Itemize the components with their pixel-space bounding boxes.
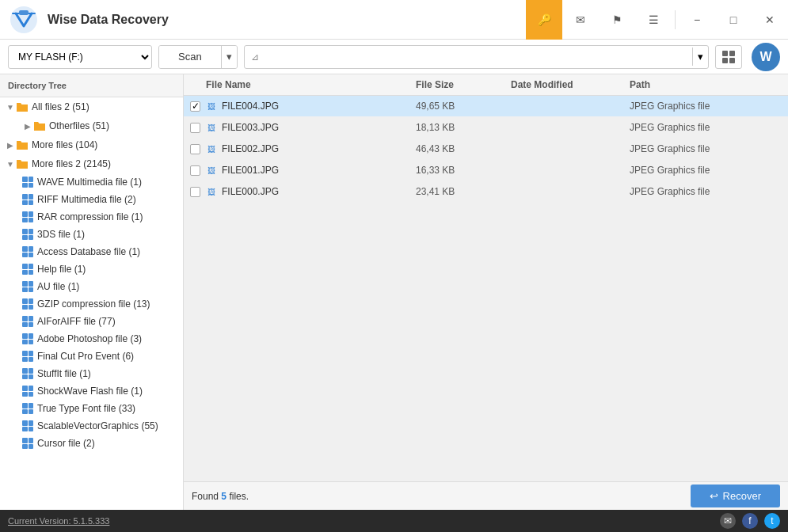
- tree-item-allfiles2[interactable]: ▼ All files 2 (51): [0, 97, 183, 116]
- tree-sub-items-container: WAVE Multimedia file (1)RIFF Multimedia …: [0, 173, 183, 452]
- window-controls: 🔑 ✉ ⚑ ☰ − □ ✕: [526, 0, 788, 40]
- found-suffix: files.: [227, 491, 249, 502]
- view-toggle-button[interactable]: [715, 45, 742, 69]
- tree-sub-item[interactable]: ScalableVectorGraphics (55): [0, 417, 183, 435]
- table-row[interactable]: ✓ 🖼 FILE004.JPG 49,65 KB JPEG Graphics f…: [184, 96, 788, 117]
- row-checkbox-wrapper[interactable]: [184, 123, 203, 133]
- tree-sub-item[interactable]: GZIP compression file (13): [0, 295, 183, 313]
- tree-sub-item[interactable]: True Type Font file (33): [0, 400, 183, 417]
- table-row[interactable]: 🖼 FILE001.JPG 16,33 KB JPEG Graphics fil…: [184, 160, 788, 181]
- file-name-text: FILE001.JPG: [222, 165, 279, 176]
- filter-wrapper: ⊿ ▾: [244, 45, 709, 69]
- tree-sub-item[interactable]: 3DS file (1): [0, 226, 183, 243]
- row-checkbox[interactable]: [190, 187, 200, 197]
- row-checkbox[interactable]: [190, 165, 200, 176]
- title-bar: Wise Data Recovery 🔑 ✉ ⚑ ☰ − □ ✕: [0, 0, 788, 40]
- tree-sub-item[interactable]: AIForAIFF file (77): [0, 313, 183, 330]
- col-header-size: File Size: [416, 79, 511, 90]
- row-name: 🖼 FILE003.JPG: [203, 122, 416, 133]
- tree-sub-item[interactable]: Help file (1): [0, 260, 183, 278]
- key-button[interactable]: 🔑: [526, 0, 562, 40]
- minimize-button[interactable]: −: [679, 0, 715, 40]
- grid-icon: [22, 386, 33, 397]
- table-row[interactable]: 🖼 FILE000.JPG 23,41 KB JPEG Graphics fil…: [184, 181, 788, 203]
- sidebar-header: Directory Tree: [0, 74, 183, 97]
- maximize-button[interactable]: □: [715, 0, 752, 40]
- tree-sub-item[interactable]: Access Database file (1): [0, 243, 183, 260]
- folder-icon: [33, 120, 46, 132]
- tree-sub-item[interactable]: RIFF Multimedia file (2): [0, 191, 183, 208]
- row-checkbox-wrapper[interactable]: [184, 187, 203, 197]
- tree-item-morefiles[interactable]: ▶ More files (104): [0, 135, 183, 154]
- tree-item-label: GZIP compression file (13): [37, 298, 150, 310]
- twitter-icon-btn[interactable]: t: [764, 513, 780, 529]
- drive-select-wrapper[interactable]: MY FLASH (F:): [8, 45, 152, 69]
- tree-item-label: Final Cut Pro Event (6): [37, 351, 134, 362]
- tree-item-label: More files (104): [32, 139, 97, 150]
- menu-button[interactable]: ☰: [635, 0, 672, 40]
- tree-sub-item[interactable]: WAVE Multimedia file (1): [0, 173, 183, 191]
- file-name-text: FILE000.JPG: [222, 186, 279, 197]
- grid-icon: [22, 351, 33, 362]
- row-path: JPEG Graphics file: [630, 122, 788, 133]
- close-button[interactable]: ✕: [752, 0, 788, 40]
- expand-icon: ▶: [22, 120, 33, 131]
- drive-select[interactable]: MY FLASH (F:): [9, 48, 151, 66]
- found-prefix: Found: [192, 491, 221, 502]
- tree-sub-item[interactable]: RAR compression file (1): [0, 208, 183, 226]
- bottom-icons: ✉ f t: [720, 513, 780, 529]
- tree-sub-item[interactable]: Adobe Photoshop file (3): [0, 330, 183, 348]
- grid-icon: [22, 403, 33, 414]
- table-row[interactable]: 🖼 FILE003.JPG 18,13 KB JPEG Graphics fil…: [184, 117, 788, 139]
- expand-icon: ▶: [5, 139, 16, 150]
- row-name: 🖼 FILE002.JPG: [203, 143, 416, 154]
- main-content: Directory Tree ▼ All files 2 (51) ▶ Othe…: [0, 74, 788, 510]
- grid-icon: [22, 316, 33, 327]
- svg-rect-3: [729, 51, 735, 56]
- file-icon: 🖼: [206, 165, 217, 176]
- row-checkbox-wrapper[interactable]: ✓: [184, 101, 203, 112]
- grid-icon: [22, 194, 33, 205]
- svg-rect-4: [722, 58, 728, 63]
- row-checkbox[interactable]: [190, 123, 200, 133]
- row-size: 18,13 KB: [416, 122, 511, 133]
- grid-icon: [22, 281, 33, 292]
- folder-icon: [16, 101, 29, 113]
- email-icon-btn[interactable]: ✉: [720, 513, 736, 529]
- row-checkbox-wrapper[interactable]: [184, 165, 203, 176]
- tree-sub-item[interactable]: ShockWave Flash file (1): [0, 382, 183, 400]
- tree-sub-item[interactable]: Final Cut Pro Event (6): [0, 348, 183, 365]
- tree-item-otherfiles[interactable]: ▶ Otherfiles (51): [0, 116, 183, 135]
- tree-item-label: Otherfiles (51): [49, 120, 109, 131]
- svg-rect-5: [729, 58, 735, 63]
- tree-item-label: Help file (1): [37, 264, 86, 275]
- tree-item-label: AU file (1): [37, 281, 79, 292]
- mail-button[interactable]: ✉: [562, 0, 599, 40]
- tree-sub-item[interactable]: StuffIt file (1): [0, 365, 183, 382]
- tree-item-label: True Type Font file (33): [37, 403, 135, 414]
- found-text: Found 5 files.: [192, 491, 249, 502]
- filter-dropdown[interactable]: ▾: [692, 48, 708, 66]
- avatar[interactable]: W: [752, 43, 780, 71]
- tree-item-label: All files 2 (51): [32, 101, 89, 112]
- facebook-icon-btn[interactable]: f: [742, 513, 758, 529]
- tree-item-label: RIFF Multimedia file (2): [37, 194, 136, 205]
- row-checkbox[interactable]: ✓: [190, 101, 200, 112]
- row-size: 49,65 KB: [416, 101, 511, 112]
- grid-icon: [22, 177, 33, 188]
- sidebar: Directory Tree ▼ All files 2 (51) ▶ Othe…: [0, 74, 184, 510]
- tree-item-label: WAVE Multimedia file (1): [37, 177, 142, 188]
- scan-dropdown-button[interactable]: ▾: [221, 46, 237, 68]
- table-row[interactable]: 🖼 FILE002.JPG 46,43 KB JPEG Graphics fil…: [184, 139, 788, 160]
- flag-button[interactable]: ⚑: [599, 0, 635, 40]
- filter-input[interactable]: [265, 48, 692, 66]
- tree-sub-item[interactable]: AU file (1): [0, 278, 183, 295]
- version-text[interactable]: Current Version: 5.1.5.333: [8, 516, 109, 526]
- scan-button[interactable]: Scan: [159, 46, 221, 68]
- row-checkbox[interactable]: [190, 144, 200, 154]
- tree-sub-item[interactable]: Cursor file (2): [0, 435, 183, 452]
- row-checkbox-wrapper[interactable]: [184, 144, 203, 154]
- tree-item-morefiles2[interactable]: ▼ More files 2 (2145): [0, 154, 183, 173]
- file-icon: 🖼: [206, 186, 217, 197]
- recover-button[interactable]: ↩ Recover: [691, 484, 780, 507]
